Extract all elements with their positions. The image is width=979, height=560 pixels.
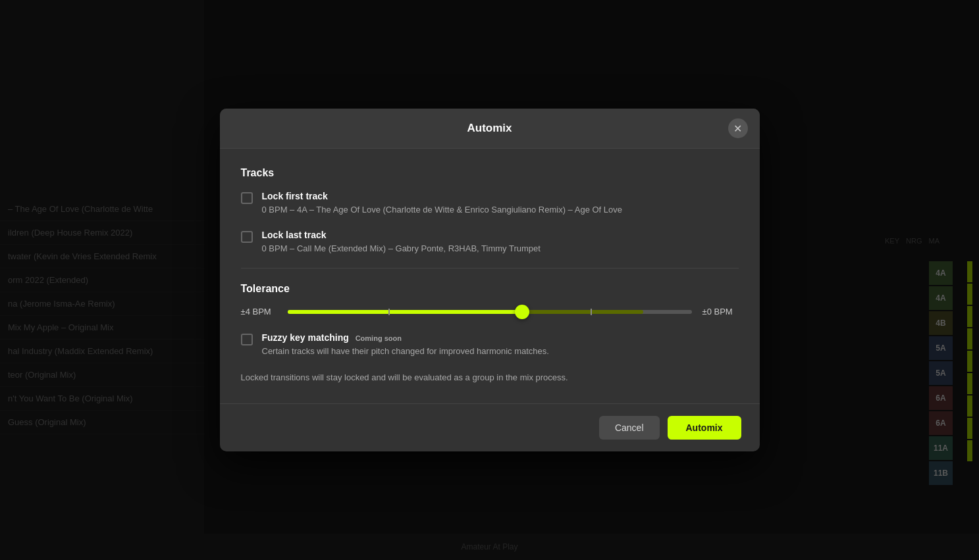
tracks-section-heading: Tracks xyxy=(241,167,739,179)
slider-left-label: ±4 BPM xyxy=(241,307,277,317)
modal-overlay: Automix ✕ Tracks Lock first track 0 BPM … xyxy=(0,0,979,560)
lock-last-desc: 0 BPM – Call Me (Extended Mix) – Gabry P… xyxy=(262,242,541,255)
bpm-slider[interactable] xyxy=(288,310,692,314)
lock-last-row: Lock last track 0 BPM – Call Me (Extende… xyxy=(241,230,739,255)
lock-first-checkbox[interactable] xyxy=(241,192,253,204)
slider-thumb[interactable] xyxy=(515,305,529,319)
slider-row: ±4 BPM ±0 BPM xyxy=(241,307,739,317)
lock-first-row: Lock first track 0 BPM – 4A – The Age Of… xyxy=(241,191,739,216)
fuzzy-key-desc: Certain tracks will have their pitch cha… xyxy=(262,345,549,358)
fuzzy-key-row: Fuzzy key matching Coming soon Certain t… xyxy=(241,332,739,358)
fuzzy-key-label: Fuzzy key matching Coming soon xyxy=(262,332,549,343)
automix-button[interactable]: Automix xyxy=(668,416,741,440)
slider-tick-2 xyxy=(591,309,592,315)
modal-footer: Cancel Automix xyxy=(220,403,760,451)
fuzzy-key-content: Fuzzy key matching Coming soon Certain t… xyxy=(262,332,549,358)
fuzzy-key-checkbox[interactable] xyxy=(241,334,253,345)
modal-header: Automix ✕ xyxy=(220,109,760,149)
modal-title: Automix xyxy=(467,122,512,135)
slider-tick-1 xyxy=(388,309,390,315)
cancel-button[interactable]: Cancel xyxy=(599,416,660,440)
lock-first-content: Lock first track 0 BPM – 4A – The Age Of… xyxy=(262,191,623,216)
section-divider xyxy=(241,268,739,268)
fuzzy-label-text: Fuzzy key matching xyxy=(262,332,349,343)
slider-fill-right xyxy=(522,310,643,314)
lock-last-checkbox[interactable] xyxy=(241,231,253,243)
modal-body: Tracks Lock first track 0 BPM – 4A – The… xyxy=(220,149,760,403)
lock-last-label: Lock last track xyxy=(262,230,541,240)
info-text: Locked transitions will stay locked and … xyxy=(241,371,739,385)
close-button[interactable]: ✕ xyxy=(728,118,748,138)
slider-fill-left xyxy=(288,310,522,314)
slider-right-label: ±0 BPM xyxy=(702,307,739,317)
tolerance-section: Tolerance ±4 BPM ±0 BPM xyxy=(241,283,739,317)
coming-soon-badge: Coming soon xyxy=(356,334,402,342)
tolerance-heading: Tolerance xyxy=(241,283,739,295)
lock-first-desc: 0 BPM – 4A – The Age Of Love (Charlotte … xyxy=(262,203,623,216)
lock-first-label: Lock first track xyxy=(262,191,623,201)
lock-last-content: Lock last track 0 BPM – Call Me (Extende… xyxy=(262,230,541,255)
automix-modal: Automix ✕ Tracks Lock first track 0 BPM … xyxy=(220,109,760,451)
